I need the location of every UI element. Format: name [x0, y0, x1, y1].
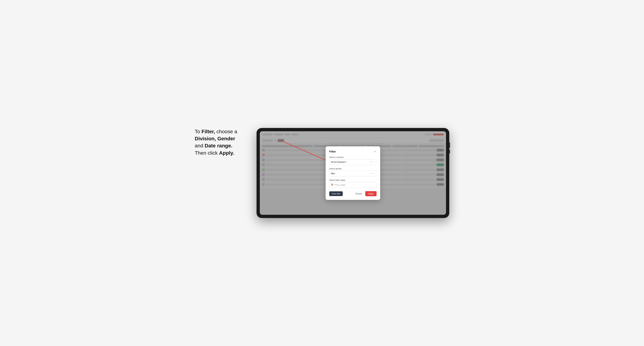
modal-title: Filter — [329, 150, 336, 153]
division-select[interactable]: NCAA Division I × ⌃⌄ — [329, 159, 376, 165]
modal-close-button[interactable]: × — [373, 150, 376, 153]
division-clear-icon[interactable]: × — [370, 161, 371, 163]
instruction-line3: and Date range. — [195, 143, 232, 149]
gender-arrows-icon: ⌃⌄ — [372, 173, 375, 174]
instruction-line4: Then click Apply. — [195, 150, 234, 156]
modal-backdrop: Filter × Select a division NCAA Division… — [260, 131, 446, 215]
date-input[interactable]: 📅 Pick a date — [329, 182, 376, 188]
instruction-line2: Division, Gender — [195, 136, 235, 141]
gender-select[interactable]: Men × ⌃⌄ — [329, 171, 376, 176]
date-range-bold: Date range. — [205, 143, 232, 149]
division-label: Select a division — [329, 156, 376, 158]
filter-modal: Filter × Select a division NCAA Division… — [326, 146, 380, 200]
apply-bold: Apply. — [219, 150, 234, 156]
filter-bold: Filter, — [202, 129, 215, 134]
clear-filter-button[interactable]: Clear filter — [329, 191, 343, 196]
svg-line-0 — [280, 140, 330, 162]
gender-form-group: Select gender Men × ⌃⌄ — [329, 168, 376, 176]
gender-value: Men — [331, 172, 370, 175]
screen-content: Filter × Select a division NCAA Division… — [260, 131, 446, 215]
instruction-line1: To Filter, choose a — [195, 129, 237, 134]
date-form-group: Select Date range 📅 Pick a date — [329, 179, 376, 188]
gender-clear-icon[interactable]: × — [370, 172, 371, 175]
division-select-actions: × ⌃⌄ — [370, 161, 375, 163]
modal-header: Filter × — [329, 150, 376, 153]
gender-label: Select gender — [329, 168, 376, 170]
tablet-screen: Filter × Select a division NCAA Division… — [260, 131, 446, 215]
apply-button[interactable]: Apply — [365, 191, 376, 196]
division-value: NCAA Division I — [331, 161, 370, 163]
division-arrows-icon: ⌃⌄ — [372, 161, 375, 163]
date-label: Select Date range — [329, 179, 376, 181]
tablet-frame: Filter × Select a division NCAA Division… — [256, 128, 449, 218]
division-form-group: Select a division NCAA Division I × ⌃⌄ — [329, 156, 376, 165]
date-placeholder: Pick a date — [334, 184, 345, 186]
cancel-button[interactable]: Cancel — [354, 191, 364, 196]
gender-select-actions: × ⌃⌄ — [370, 172, 375, 175]
calendar-icon: 📅 — [331, 184, 334, 186]
modal-footer-right: Cancel Apply — [354, 191, 376, 196]
modal-footer: Clear filter Cancel Apply — [329, 191, 376, 196]
instruction-text: To Filter, choose a Division, Gender and… — [195, 128, 246, 157]
